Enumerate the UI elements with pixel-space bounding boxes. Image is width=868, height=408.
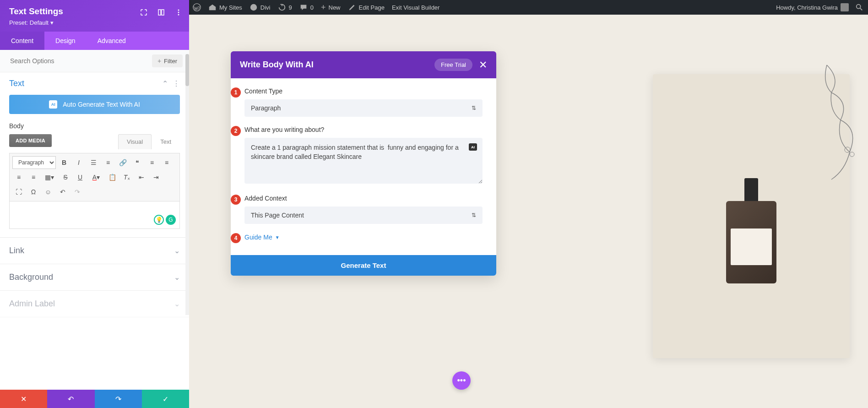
close-icon[interactable]: ✕ <box>479 59 487 71</box>
bold-icon[interactable]: B <box>58 156 71 169</box>
auto-generate-ai-button[interactable]: AI Auto Generate Text With AI <box>9 95 180 114</box>
fullscreen-icon[interactable]: ⛶ <box>12 185 25 198</box>
section-more-icon[interactable]: ⋮ <box>173 79 180 88</box>
ai-modal: Write Body With AI Free Trial ✕ 1 Conten… <box>231 51 496 276</box>
guide-me-link[interactable]: Guide Me ▼ <box>244 234 280 241</box>
updates-link[interactable]: 9 <box>278 3 292 11</box>
context-select[interactable]: This Page Content ⇅ <box>244 207 483 224</box>
save-button[interactable]: ✓ <box>142 390 189 408</box>
add-media-button[interactable]: ADD MEDIA <box>9 134 52 147</box>
background-section[interactable]: Background ⌄ <box>0 264 189 291</box>
prompt-textarea[interactable]: Create a 1 paragraph mission statement t… <box>244 138 483 184</box>
ai-modal-title: Write Body With AI <box>240 60 314 70</box>
grammarly-icon[interactable]: G <box>166 215 176 225</box>
special-char-icon[interactable]: Ω <box>27 185 40 198</box>
edit-page-link[interactable]: Edit Page <box>348 3 385 11</box>
align-left-icon[interactable]: ≡ <box>146 156 158 169</box>
undo-editor-icon[interactable]: ↶ <box>56 185 69 198</box>
grammarly-bulb-icon[interactable]: 💡 <box>154 215 164 225</box>
undo-button[interactable]: ↶ <box>47 390 94 408</box>
chevron-down-icon: ⌄ <box>174 299 180 308</box>
cancel-button[interactable]: ✕ <box>0 390 47 408</box>
strikethrough-icon[interactable]: S <box>59 171 72 184</box>
wp-admin-bar: My Sites Divi 9 0 +New Edit Page Exit Vi… <box>189 0 868 15</box>
more-icon[interactable] <box>174 8 183 16</box>
search-options-input[interactable] <box>6 54 152 67</box>
prompt-label: What are you writing about? <box>244 126 483 133</box>
admin-label-section[interactable]: Admin Label ⌄ <box>0 291 189 317</box>
table-icon[interactable]: ▦▾ <box>42 171 57 184</box>
wp-logo[interactable] <box>193 3 201 11</box>
svg-line-3 <box>860 8 863 11</box>
svg-point-6 <box>178 10 179 11</box>
my-sites-link[interactable]: My Sites <box>208 3 242 11</box>
step-badge-3: 3 <box>231 195 241 205</box>
ai-icon[interactable]: AI <box>469 143 477 151</box>
tab-advanced[interactable]: Advanced <box>87 32 137 50</box>
redo-editor-icon[interactable]: ↷ <box>71 185 84 198</box>
align-center-icon[interactable]: ≡ <box>160 156 173 169</box>
settings-panel: Text Settings Preset: Default ▾ Content … <box>0 0 189 408</box>
bullet-list-icon[interactable]: ☰ <box>87 156 100 169</box>
emoji-icon[interactable]: ☺ <box>42 185 54 198</box>
svg-point-10 <box>850 152 854 157</box>
chevron-updown-icon: ⇅ <box>472 105 476 111</box>
step-badge-2: 2 <box>231 126 241 136</box>
align-justify-icon[interactable]: ≡ <box>27 171 40 184</box>
align-right-icon[interactable]: ≡ <box>12 171 25 184</box>
tab-content[interactable]: Content <box>0 32 44 50</box>
format-select[interactable]: Paragraph <box>12 156 56 169</box>
comments-link[interactable]: 0 <box>299 3 314 11</box>
free-trial-badge[interactable]: Free Trial <box>434 59 472 71</box>
chevron-updown-icon: ⇅ <box>472 212 476 218</box>
text-section-title[interactable]: Text <box>9 79 24 88</box>
svg-point-2 <box>857 5 861 9</box>
paste-icon[interactable]: 📋 <box>106 171 119 184</box>
chevron-down-icon: ⌄ <box>174 246 180 255</box>
tab-design[interactable]: Design <box>44 32 87 50</box>
body-label: Body <box>9 122 180 130</box>
italic-icon[interactable]: I <box>72 156 85 169</box>
step-badge-4: 4 <box>231 233 241 243</box>
chevron-up-icon[interactable]: ⌃ <box>162 79 168 88</box>
underline-icon[interactable]: U <box>74 171 87 184</box>
editor-tab-visual[interactable]: Visual <box>118 134 152 149</box>
indent-icon[interactable]: ⇥ <box>150 171 163 184</box>
preset-selector[interactable]: Preset: Default ▾ <box>9 19 180 26</box>
exit-builder-link[interactable]: Exit Visual Builder <box>392 4 440 11</box>
numbered-list-icon[interactable]: ≡ <box>102 156 114 169</box>
step-badge-1: 1 <box>231 87 241 98</box>
filter-button[interactable]: +Filter <box>152 54 183 67</box>
content-type-label: Content Type <box>244 87 483 95</box>
editor-toolbar: Paragraph B I ☰ ≡ 🔗 ❝ ≡ ≡ ≡ ≡ ▦▾ S U A▾ … <box>9 153 180 201</box>
context-label: Added Context <box>244 195 483 202</box>
svg-rect-5 <box>162 10 164 15</box>
scrollbar[interactable] <box>185 54 189 315</box>
columns-icon[interactable] <box>157 8 165 16</box>
ai-icon: AI <box>49 100 57 109</box>
svg-point-8 <box>178 14 179 16</box>
outdent-icon[interactable]: ⇤ <box>135 171 148 184</box>
search-icon[interactable] <box>854 2 864 12</box>
chevron-down-icon: ▼ <box>275 235 280 240</box>
editor-tab-text[interactable]: Text <box>152 134 180 149</box>
avatar <box>841 3 849 11</box>
clear-format-icon[interactable]: Tₓ <box>120 171 133 184</box>
chevron-down-icon: ⌄ <box>174 273 180 282</box>
howdy-user[interactable]: Howdy, Christina Gwira <box>776 3 849 11</box>
link-icon[interactable]: 🔗 <box>116 156 129 169</box>
generate-text-button[interactable]: Generate Text <box>231 255 496 276</box>
svg-point-1 <box>250 4 257 11</box>
content-type-select[interactable]: Paragraph ⇅ <box>244 99 483 117</box>
divi-link[interactable]: Divi <box>250 3 271 11</box>
expand-icon[interactable] <box>140 8 148 16</box>
quote-icon[interactable]: ❝ <box>131 156 144 169</box>
redo-button[interactable]: ↷ <box>95 390 142 408</box>
text-color-icon[interactable]: A▾ <box>88 171 104 184</box>
svg-rect-4 <box>158 10 161 15</box>
link-section[interactable]: Link ⌄ <box>0 238 189 264</box>
editor-textarea[interactable]: 💡 G <box>9 201 180 229</box>
new-link[interactable]: +New <box>321 3 341 12</box>
panel-header: Text Settings Preset: Default ▾ <box>0 0 189 32</box>
fab-more-button[interactable]: ••• <box>452 371 471 390</box>
